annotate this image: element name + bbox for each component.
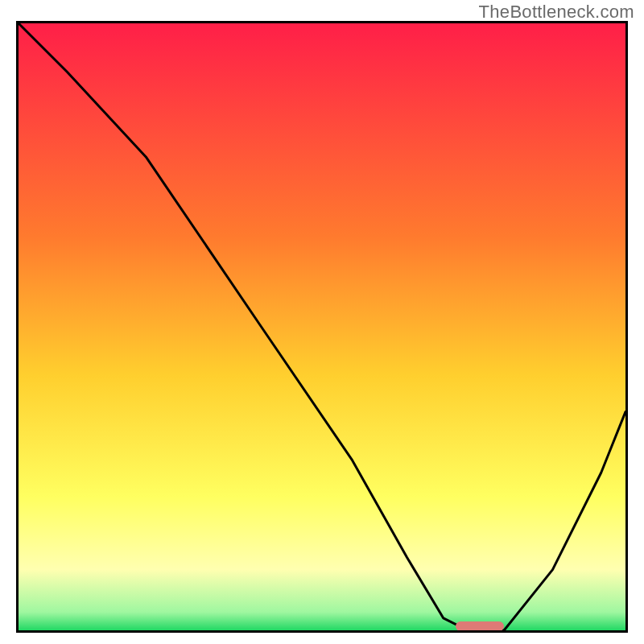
watermark-text: TheBottleneck.com <box>479 2 634 23</box>
chart-frame <box>16 21 628 633</box>
bottleneck-curve <box>19 23 625 630</box>
optimal-range-marker <box>456 621 504 631</box>
